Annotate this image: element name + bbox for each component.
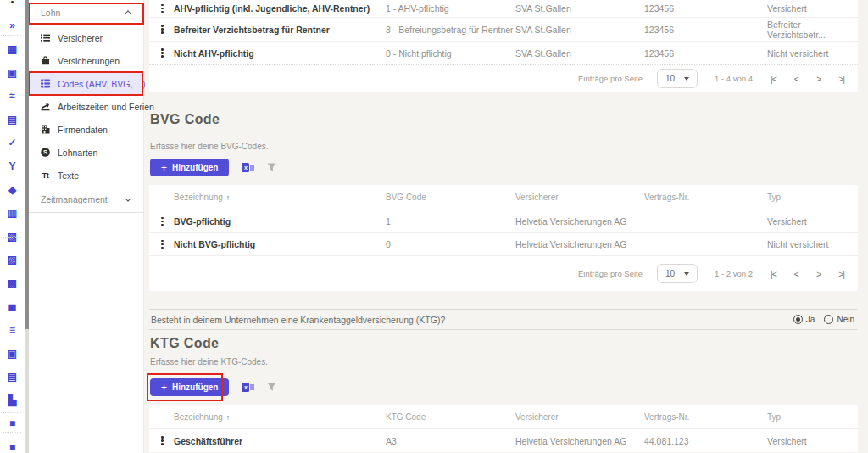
ktg-section-description: Erfasse hier deine KTG-Codes. <box>150 357 268 366</box>
radio-option-nein[interactable]: Nein <box>824 315 854 324</box>
prev-page-button[interactable]: < <box>794 269 798 279</box>
sidebar-item-arbeitszeiten[interactable]: Arbeitszeiten und Ferien <box>29 95 143 118</box>
add-ktg-code-button[interactable]: + Hinzufügen <box>150 378 229 396</box>
products-icon[interactable]: ◆ <box>7 184 19 196</box>
scrollbar-thumb[interactable] <box>25 0 29 329</box>
sidebar-item-texte[interactable]: Tt Texte <box>29 164 143 187</box>
page-size-select[interactable]: 10 <box>657 264 698 283</box>
text-icon: Tt <box>40 170 51 181</box>
column-header-typ[interactable]: Typ <box>767 193 858 202</box>
cell-typ: Versichert <box>767 216 858 226</box>
clipboard-icon[interactable]: ▣ <box>7 348 19 360</box>
nav-section-lohn[interactable]: Lohn <box>29 0 143 25</box>
briefcase-2-icon[interactable]: ■ <box>7 441 19 453</box>
column-header-versicherer[interactable]: Versicherer <box>515 412 644 422</box>
column-header-bvg-code[interactable]: BVG Code <box>386 193 515 202</box>
analytics-icon[interactable]: ≈ <box>7 90 19 102</box>
cell-vertrags-nr: 123456 <box>644 48 767 59</box>
row-menu-button[interactable] <box>159 439 174 442</box>
vertical-scrollbar[interactable] <box>25 0 29 453</box>
prev-page-button[interactable]: < <box>794 74 798 84</box>
tasks-icon[interactable]: ✓ <box>7 137 19 149</box>
caret-down-icon <box>684 77 689 81</box>
filter-rail-icon[interactable]: Y <box>7 160 19 172</box>
employees-icon[interactable]: ▤ <box>7 114 19 126</box>
nav-divider <box>29 212 143 213</box>
row-menu-button[interactable] <box>159 52 174 54</box>
cell-ahv-code: 1 - AHV-pflichtig <box>386 3 515 14</box>
page-size-select[interactable]: 10 <box>657 69 698 88</box>
table-row[interactable]: Befreiter Verzichtsbetrag für Rentner 3 … <box>149 18 858 42</box>
column-header-versicherer[interactable]: Versicherer <box>515 193 644 202</box>
bvg-section-title: BVG Code <box>150 112 220 127</box>
cell-vertrags-nr: 44.081.123 <box>644 436 767 446</box>
radio-option-ja[interactable]: Ja <box>793 315 815 324</box>
bar-chart-icon[interactable]: ▙ <box>7 394 19 406</box>
table-header-row: Bezeichnung↑ KTG Code Versicherer Vertra… <box>149 405 858 429</box>
dashboard-icon[interactable]: ▦ <box>7 43 19 55</box>
dollar-circle-icon: S <box>40 147 51 158</box>
row-menu-button[interactable] <box>159 8 174 10</box>
last-page-button[interactable]: >| <box>838 269 844 279</box>
device-icon[interactable]: ▤ <box>7 372 19 383</box>
cell-typ: Nicht versichert <box>767 48 858 59</box>
last-page-button[interactable]: >| <box>838 74 844 84</box>
sidebar-item-lohnarten[interactable]: S Lohnarten <box>29 141 143 164</box>
sidebar-item-label: Texte <box>58 171 79 181</box>
sidebar-item-versicherer[interactable]: Versicherer <box>29 26 143 49</box>
column-header-vertrags-nr[interactable]: Vertrags-Nr. <box>644 412 767 422</box>
table-row[interactable]: BVG-pflichtig 1 Helvetia Versicherungen … <box>149 210 858 233</box>
first-page-button[interactable]: |< <box>771 74 776 84</box>
cell-bezeichnung: AHV-pflichtig (inkl. Jugendliche, AHV-Re… <box>174 3 386 14</box>
documents-icon[interactable]: ▥ <box>7 207 19 219</box>
excel-export-icon[interactable]: x <box>242 162 254 173</box>
payroll-icon[interactable]: ▣ <box>7 67 19 79</box>
excel-export-icon[interactable]: x <box>242 382 254 393</box>
cards-icon[interactable]: ▩ <box>7 277 19 289</box>
bag-icon <box>40 55 51 66</box>
excel-sheet-part <box>250 384 254 390</box>
sidebar-item-versicherungen[interactable]: Versicherungen <box>29 49 143 72</box>
cell-versicherer: Helvetia Versicherungen AG <box>515 436 644 446</box>
next-page-button[interactable]: > <box>816 74 821 84</box>
table-row[interactable]: Nicht BVG-pflichtig 0 Helvetia Versicher… <box>149 233 858 256</box>
column-header-bezeichnung[interactable]: Bezeichnung↑ <box>174 193 386 202</box>
column-header-ktg-code[interactable]: KTG Code <box>386 412 515 422</box>
bvg-code-table: Bezeichnung↑ BVG Code Versicherer Vertra… <box>149 185 858 291</box>
table-row[interactable]: AHV-pflichtig (inkl. Jugendliche, AHV-Re… <box>149 0 858 18</box>
menu-lines-icon[interactable]: ≡ <box>7 324 19 336</box>
cell-ktg-code: A3 <box>386 436 515 446</box>
table-row[interactable]: Nicht AHV-pflichtig 0 - Nicht pflichtig … <box>149 42 858 65</box>
table-icon <box>40 78 51 89</box>
handbook-icon[interactable]: ▨ <box>7 254 19 266</box>
cell-bezeichnung: Nicht BVG-pflichtig <box>174 239 386 249</box>
nav-section-zeitmanagement[interactable]: Zeitmanagement <box>29 187 143 212</box>
filter-icon[interactable] <box>267 383 276 392</box>
entries-per-page-label: Einträge pro Seite <box>578 269 643 278</box>
cut-off-top-icon[interactable]: • <box>7 0 19 8</box>
shopping-bag-icon[interactable]: ◼ <box>7 301 19 313</box>
sidebar-item-firmendaten[interactable]: Firmendaten <box>29 118 143 141</box>
page-size-value: 10 <box>665 74 675 83</box>
column-header-bezeichnung[interactable]: Bezeichnung↑ <box>174 412 386 422</box>
kebab-icon <box>161 52 164 54</box>
add-bvg-code-button[interactable]: + Hinzufügen <box>150 159 229 176</box>
column-header-typ[interactable]: Typ <box>767 412 858 422</box>
sidebar-item-codes[interactable]: Codes (AHV, BVG, ...) <box>29 72 143 95</box>
table-row[interactable]: Geschäftsführer A3 Helvetia Versicherung… <box>149 429 858 453</box>
ktg-radio-group: Ja Nein <box>793 315 854 324</box>
bvg-toolbar: + Hinzufügen x <box>150 159 276 176</box>
first-page-button[interactable]: |< <box>771 269 776 279</box>
briefcase-icon[interactable]: ■ <box>7 418 19 430</box>
column-header-vertrags-nr[interactable]: Vertrags-Nr. <box>644 193 767 202</box>
ahv-code-table: AHV-pflichtig (inkl. Jugendliche, AHV-Re… <box>149 0 858 92</box>
row-menu-button[interactable] <box>159 221 174 223</box>
next-page-button[interactable]: > <box>816 269 821 279</box>
row-menu-button[interactable] <box>159 28 174 31</box>
filter-icon[interactable] <box>267 163 276 172</box>
cell-versicherer: SVA St.Gallen <box>515 25 644 35</box>
cell-typ: Befreiter Verzichtsbetr... <box>767 20 858 40</box>
collapse-rail-icon[interactable]: » <box>7 20 19 32</box>
row-menu-button[interactable] <box>159 243 174 246</box>
bvg-pagination: Einträge pro Seite 10 1 - 2 von 2 |< < >… <box>149 256 858 291</box>
